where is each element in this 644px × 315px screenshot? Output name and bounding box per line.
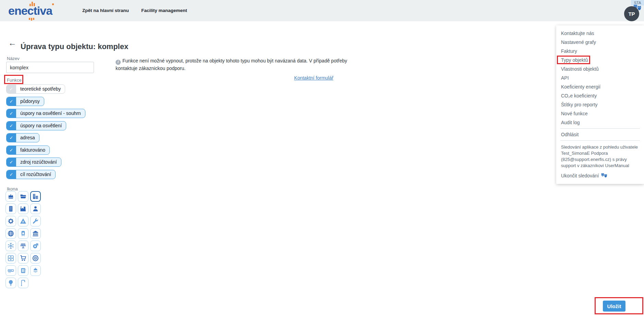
- info-icon: i: [116, 60, 121, 65]
- menu-item-vlastnosti-objekt-[interactable]: Vlastnosti objektů: [556, 65, 644, 73]
- feature-checkbox-label: cíl rozúčtování: [16, 170, 55, 179]
- enectiva-logo[interactable]: enectiva: [8, 3, 52, 19]
- feature-checkbox[interactable]: ✓fakturováno: [6, 145, 50, 155]
- menu-item-nastaven-grafy[interactable]: Nastavené grafy: [556, 38, 644, 47]
- hazard-lightning-icon[interactable]: [18, 216, 28, 226]
- menu-item-co-e-koeficienty[interactable]: CO₂e koeficienty: [556, 91, 644, 100]
- app-root: enectiva Zpět na hlavní stranu Facility …: [0, 0, 644, 315]
- feature-checkbox[interactable]: ✓úspory na osvětlení - souhrn: [6, 109, 85, 118]
- feature-checkbox[interactable]: ✓půdorysy: [6, 97, 44, 106]
- heater-icon[interactable]: [5, 265, 16, 276]
- shower-icon[interactable]: [30, 265, 41, 276]
- page-title: Úprava typu objektu: komplex: [21, 42, 128, 51]
- checkbox-checked-icon: ✓: [7, 121, 16, 130]
- checkbox-checked-icon: ✓: [7, 85, 16, 93]
- person-icon[interactable]: [30, 203, 41, 214]
- feature-checkbox[interactable]: ✓zdroj rozúčtování: [6, 158, 61, 167]
- save-button[interactable]: Uložit: [603, 301, 625, 312]
- logo-dot-icon: [52, 3, 54, 5]
- user-avatar[interactable]: TP: [624, 6, 639, 21]
- feature-checkbox-label: úspory na osvětlení - souhrn: [16, 109, 85, 118]
- boiler-flame-icon[interactable]: [18, 228, 28, 239]
- back-arrow-icon[interactable]: ←: [8, 38, 16, 47]
- contact-link-wrap: Kontaktní formulář: [209, 75, 418, 81]
- building-icon[interactable]: [5, 203, 16, 214]
- feature-info-text: iFunkce není možné vypnout, protože na o…: [116, 57, 365, 72]
- solar-panel-icon[interactable]: [18, 241, 28, 251]
- checkbox-checked-icon: ✓: [7, 146, 16, 154]
- top-header: enectiva Zpět na hlavní stranu Facility …: [0, 0, 644, 21]
- checkbox-checked-icon: ✓: [7, 109, 16, 118]
- feature-checkbox[interactable]: ✓adresa: [6, 133, 39, 142]
- fan-icon[interactable]: [5, 253, 16, 264]
- factory-icon[interactable]: [18, 203, 28, 214]
- snowflake-icon[interactable]: [5, 241, 16, 251]
- impersonation-note: Sledování aplikace z pohledu uživatele T…: [556, 142, 644, 170]
- menu-item-kontaktujte-n-s[interactable]: Kontaktujte nás: [556, 29, 644, 38]
- menu-item-audit-log[interactable]: Audit log: [556, 118, 644, 127]
- checkbox-checked-icon: ✓: [7, 133, 16, 142]
- feature-checkbox-label: úspory na osvětlení: [16, 121, 66, 130]
- folder-icon[interactable]: [18, 191, 28, 202]
- menu-item--t-tky-pro-reporty[interactable]: Štítky pro reporty: [556, 100, 644, 109]
- cart-icon[interactable]: [18, 253, 28, 264]
- nav-facility-management[interactable]: Facility management: [141, 0, 187, 21]
- globe-icon[interactable]: [5, 228, 16, 239]
- bulb-icon[interactable]: [5, 278, 16, 288]
- feature-checkbox-label: zdroj rozúčtování: [16, 158, 61, 166]
- feature-checkbox[interactable]: ✓cíl rozúčtování: [6, 170, 56, 179]
- buildings-icon[interactable]: [30, 191, 41, 202]
- street-lamp-icon[interactable]: [18, 278, 28, 288]
- user-dropdown-menu: Kontaktujte násNastavené grafyFakturyTyp…: [556, 25, 644, 184]
- logo-barchart-bottom-icon: [29, 18, 34, 21]
- features-checkbox-list: ✓teoretické spotřeby✓půdorysy✓úspory na …: [6, 84, 85, 179]
- ac-unit-icon[interactable]: [18, 265, 28, 276]
- gear-icon[interactable]: [5, 216, 16, 226]
- info-text: Funkce není možné vypnout, protože na ob…: [116, 58, 347, 71]
- feature-checkbox-label: adresa: [16, 133, 39, 142]
- feature-checkbox[interactable]: ✓teoretické spotřeby: [6, 84, 65, 94]
- menu-item-typy-objekt-[interactable]: Typy objektů: [556, 56, 644, 65]
- menu-item-odhl-sit[interactable]: Odhlásit: [556, 130, 644, 139]
- crown-icon[interactable]: [5, 191, 16, 202]
- menu-divider: [560, 128, 640, 129]
- nav-back-to-main[interactable]: Zpět na hlavní stranu: [82, 0, 129, 21]
- feature-checkbox-label: fakturováno: [16, 146, 49, 154]
- compressor-icon[interactable]: [30, 253, 41, 264]
- features-label: Funkce: [7, 78, 22, 83]
- bank-icon[interactable]: [30, 228, 41, 239]
- end-impersonation-label: Ukončit sledování: [561, 173, 599, 178]
- name-input[interactable]: [6, 62, 94, 73]
- menu-divider: [560, 140, 640, 141]
- feature-checkbox[interactable]: ✓úspory na osvětlení: [6, 121, 66, 130]
- menu-item-api[interactable]: API: [556, 73, 644, 82]
- feature-checkbox-label: půdorysy: [16, 97, 44, 106]
- wrench-icon[interactable]: [30, 216, 41, 226]
- end-impersonation-link[interactable]: Ukončit sledování: [556, 170, 644, 180]
- menu-item-nov-funkce[interactable]: Nové funkce: [556, 109, 644, 118]
- menu-item-faktury[interactable]: Faktury: [556, 47, 644, 56]
- feature-checkbox-label: teoretické spotřeby: [16, 85, 65, 93]
- contact-form-link[interactable]: Kontaktní formulář: [294, 75, 333, 81]
- name-label: Název: [7, 56, 20, 61]
- checkbox-checked-icon: ✓: [7, 158, 16, 166]
- checkbox-checked-icon: ✓: [7, 97, 16, 106]
- masks-icon: [601, 172, 608, 179]
- icon-label: Ikona: [7, 186, 18, 191]
- logo-barchart-icon: [29, 2, 35, 6]
- pump-icon[interactable]: [30, 241, 41, 251]
- menu-item-koeficienty-energi-[interactable]: Koeficienty energií: [556, 82, 644, 91]
- checkbox-checked-icon: ✓: [7, 170, 16, 179]
- icon-picker-grid: [5, 191, 41, 288]
